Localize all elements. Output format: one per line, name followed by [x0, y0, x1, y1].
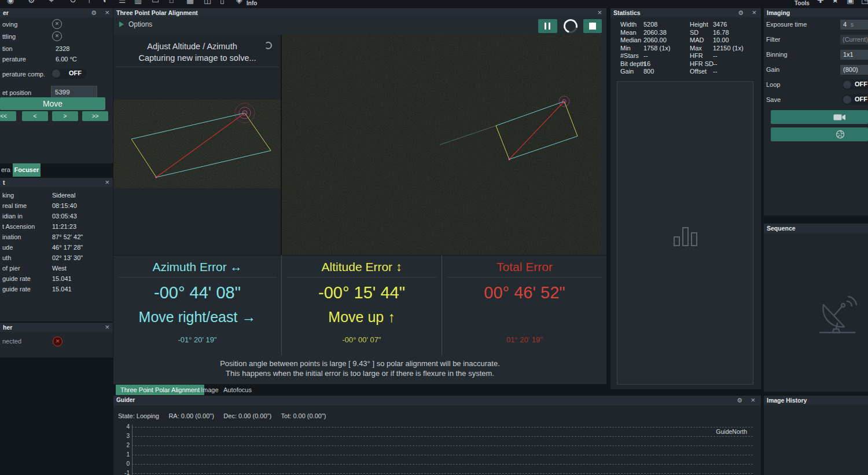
y-axis-tick: 2	[118, 442, 130, 448]
focus-icon[interactable]: ◫	[204, 0, 211, 5]
flatwizard-icon[interactable]: ◐	[103, 0, 108, 5]
save-state: OFF	[855, 96, 867, 103]
y-axis-tick: 1	[118, 451, 130, 458]
move-right-button[interactable]: >	[52, 111, 78, 121]
altitude-error-value: -00° 15' 44"	[282, 283, 442, 302]
close-icon[interactable]: ×	[105, 178, 109, 187]
filterwheel-icon[interactable]: ▦	[186, 0, 194, 5]
y-axis-tick: 0	[118, 461, 130, 467]
tab-autofocus[interactable]: Autofocus	[220, 385, 255, 395]
move-button[interactable]: Move	[0, 97, 105, 110]
info-label[interactable]: Info	[247, 0, 257, 6]
target-position-input[interactable]: 5399	[51, 86, 97, 98]
close-icon[interactable]: ×	[752, 8, 756, 17]
spinner-icon	[561, 17, 580, 36]
y-axis-tick: 3	[118, 433, 130, 439]
close-icon[interactable]: ×	[105, 8, 109, 17]
imaging-panel-title: Imaging	[767, 9, 790, 16]
tab-image[interactable]: Image	[197, 385, 222, 395]
tppa-panel-title: Three Point Polar Alignment	[116, 9, 198, 16]
tab-focuser[interactable]: Focuser	[13, 163, 41, 177]
weather-panel: her × nected ✕	[0, 323, 113, 357]
temperature-value: 6.00 °C	[56, 56, 77, 63]
toggle-knob	[52, 70, 60, 78]
wand-icon[interactable]: ✚	[817, 0, 824, 5]
histogram-placeholder-icon	[673, 224, 698, 247]
gridline	[132, 445, 753, 446]
loop-toggle[interactable]: OFF	[842, 79, 868, 90]
take-exposure-button[interactable]	[771, 127, 868, 141]
flatpanel-icon[interactable]: ▭	[152, 0, 159, 5]
pause-button[interactable]	[538, 19, 557, 33]
temp-comp-toggle[interactable]: OFF	[51, 68, 87, 79]
star-icon[interactable]: ★	[832, 0, 839, 5]
imaging-chart-icon[interactable]: ▥	[134, 0, 142, 5]
stop-button[interactable]	[583, 19, 602, 33]
binning-value: 1x1	[843, 51, 854, 58]
moving-label: oving	[2, 21, 17, 28]
gear-icon[interactable]: ⚙	[91, 9, 97, 17]
options-label[interactable]: Options	[128, 20, 152, 28]
altitude-error-column: Altitude Error ↕ -00° 15' 44" Move up ↑ …	[281, 255, 442, 355]
nina-app: { "toolbar": { "info_label": "Info", "to…	[0, 0, 868, 475]
position-label: tion	[2, 45, 13, 52]
image-history-panel-title: Image History	[767, 397, 807, 404]
move-fast-right-button[interactable]: >>	[82, 111, 108, 121]
platesolve-overlay	[113, 35, 281, 255]
temp-comp-label: perature comp.	[2, 71, 45, 78]
total-error-secondary: 01° 20' 19"	[442, 335, 607, 344]
azimuth-error-header: Azimuth Error ↔	[113, 260, 281, 274]
close-icon[interactable]: ×	[597, 8, 602, 17]
telescope-panel-title: t	[3, 179, 5, 186]
platesolve-icon[interactable]: ⌖	[49, 0, 54, 5]
total-error-value: 00° 46' 52"	[442, 283, 607, 302]
weather-panel-header: her ×	[0, 323, 113, 332]
filter-placeholder: (Current)	[843, 36, 868, 43]
y-axis-line	[132, 425, 133, 475]
filter-select[interactable]: (Current)	[840, 35, 868, 45]
connected-label: nected	[2, 338, 21, 345]
filter-label: Filter	[766, 36, 780, 43]
save-toggle[interactable]: OFF	[842, 94, 868, 105]
guider-icon[interactable]: ⍑	[87, 0, 91, 5]
start-liveview-button[interactable]	[771, 110, 868, 124]
move-left-button[interactable]: <	[22, 111, 48, 121]
image-history-panel: Image History	[764, 396, 868, 475]
export-icon[interactable]: ◳	[861, 0, 868, 5]
altitude-error-header: Altitude Error ↕	[282, 260, 442, 274]
close-icon[interactable]: ×	[751, 396, 755, 405]
statistics-panel: Statistics ⚙ × Width5208 Height3476 Mean…	[610, 8, 761, 389]
exposure-time-input[interactable]: 4 s	[840, 20, 868, 30]
gear-icon[interactable]: ⚙	[738, 9, 744, 17]
tppa-panel: Three Point Polar Alignment × Options Ad…	[113, 8, 606, 384]
tab-camera[interactable]: era	[1, 166, 10, 173]
histogram-area[interactable]	[617, 81, 753, 385]
dome-icon[interactable]: ⌂	[169, 0, 174, 5]
focuser-panel: er ⚙ × oving ✕ ttling ✕ tion 2328 peratu…	[0, 8, 113, 163]
shield-icon[interactable]: ◈	[236, 0, 242, 5]
gain-input[interactable]: (800)	[840, 65, 868, 75]
equipment-tabs: era Focuser	[0, 163, 113, 177]
switch-icon[interactable]: ▯	[220, 0, 225, 5]
sequence-list-icon[interactable]: ☰	[119, 0, 126, 5]
binning-select[interactable]: 1x1	[840, 50, 868, 60]
statistics-panel-title: Statistics	[613, 9, 641, 16]
toggle-knob	[843, 81, 851, 89]
rotator-icon[interactable]: ↻	[69, 0, 76, 5]
satellite-dish-icon	[814, 288, 860, 335]
tools-label[interactable]: Tools	[795, 0, 810, 6]
gear-icon[interactable]: ⚙	[737, 396, 742, 404]
gain-label: Gain	[766, 66, 779, 73]
gridline	[132, 464, 753, 465]
view-divider	[281, 35, 282, 255]
image-history-panel-header: Image History	[764, 396, 868, 405]
crop-icon[interactable]: ▣	[847, 0, 854, 5]
azimuth-error-secondary: -01° 20' 19"	[113, 335, 281, 344]
tab-three-point-polar-alignment[interactable]: Three Point Polar Alignment	[116, 385, 204, 395]
temperature-label: perature	[2, 56, 26, 63]
close-icon[interactable]: ×	[105, 323, 109, 332]
camera-icon[interactable]: ◉	[7, 0, 14, 5]
options-expander[interactable]	[119, 21, 124, 27]
equipment-icon[interactable]: ⚙	[28, 0, 35, 5]
move-fast-left-button[interactable]: <<	[0, 111, 16, 121]
